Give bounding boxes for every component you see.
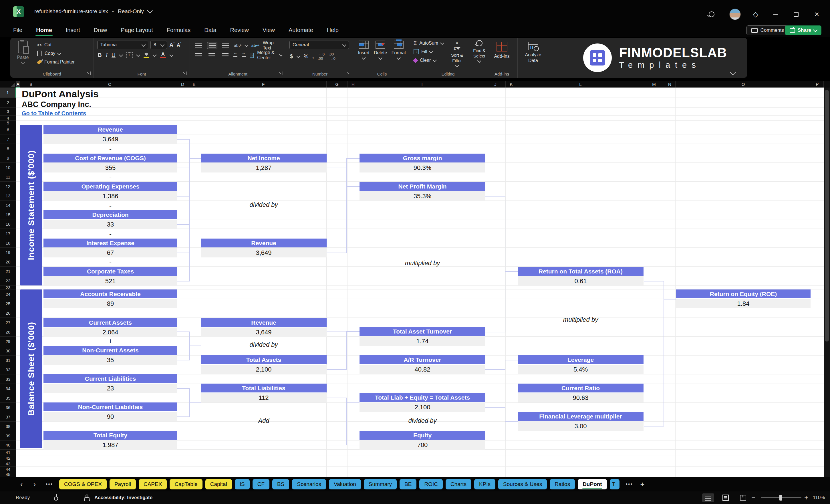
node-is_revenue-value[interactable]: 3,649 [43, 134, 177, 144]
row-header-22[interactable]: 22 [0, 276, 16, 286]
normal-view-button[interactable] [702, 494, 714, 502]
sheet-tab-capital[interactable]: Capital [205, 479, 232, 490]
row-header-9[interactable]: 9 [0, 153, 16, 163]
row-header-23[interactable]: 23 [0, 286, 16, 289]
sheet-tab-kpis[interactable]: KPIs [474, 479, 496, 490]
sheet-tab-ratios[interactable]: Ratios [550, 479, 575, 490]
copy-button[interactable]: Copy [35, 49, 76, 58]
node-leverage-label[interactable]: Leverage [518, 355, 643, 364]
worksheet-grid[interactable]: DuPont Analysis ABC Company Inc. Go to T… [16, 88, 824, 477]
sheet-tab-valuation[interactable]: Valuation [329, 479, 361, 490]
sheet-tab-capex[interactable]: CAPEX [139, 479, 167, 490]
row-header-30[interactable]: 30 [0, 346, 16, 355]
row-header-10[interactable]: 10 [0, 163, 16, 172]
row-header-28[interactable]: 28 [0, 327, 16, 337]
node-bs_total_equity-value[interactable]: 1,987 [43, 440, 177, 450]
row-header-27[interactable]: 27 [0, 318, 16, 327]
node-bs_current_assets[interactable]: Current Assets2,064 [43, 318, 177, 337]
node-total_liabilities-value[interactable]: 112 [201, 393, 327, 403]
node-flm-value[interactable]: 3.00 [518, 421, 643, 431]
row-header-6[interactable]: 6 [0, 125, 16, 134]
accessibility-status[interactable]: Accessibility: Investigate [94, 492, 153, 504]
underline-chevron-icon[interactable] [119, 53, 123, 57]
node-bs_noncurrent_assets[interactable]: Non-Current Assets35 [43, 346, 177, 365]
node-revenue_bottom-value[interactable]: 3,649 [201, 327, 327, 337]
font-color-chevron-icon[interactable] [169, 53, 173, 57]
node-current_ratio-value[interactable]: 90.63 [518, 393, 643, 403]
decrease-decimal-button[interactable]: .00→.0 [329, 52, 336, 61]
node-is_taxes[interactable]: Corporate Taxes521 [43, 267, 177, 286]
node-net_profit_margin-label[interactable]: Net Profit Margin [359, 182, 485, 191]
node-bs_current_assets-value[interactable]: 2,064 [43, 327, 177, 337]
node-revenue_top-value[interactable]: 3,649 [201, 248, 327, 257]
node-leverage-value[interactable]: 5.4% [518, 365, 643, 374]
node-is_opex-value[interactable]: 1,386 [43, 191, 177, 201]
borders-button[interactable] [126, 52, 133, 58]
account-avatar[interactable] [729, 8, 741, 20]
column-header-K[interactable]: K [506, 81, 517, 88]
column-header-L[interactable]: L [517, 81, 644, 88]
column-header-D[interactable]: D [177, 81, 188, 88]
node-is_interest[interactable]: Interest Expense67 [43, 239, 177, 257]
node-total_assets-label[interactable]: Total Assets [201, 355, 327, 364]
row-header-1[interactable]: 1 [0, 88, 16, 98]
row-header-11[interactable]: 11 [0, 172, 16, 182]
node-ar_turnover-label[interactable]: A/R Turnover [359, 355, 485, 364]
row-header-13[interactable]: 13 [0, 191, 16, 200]
column-header-J[interactable]: J [485, 81, 506, 88]
clear-button[interactable]: Clear [412, 56, 445, 65]
node-roa-label[interactable]: Return on Total Assets (ROA) [518, 267, 643, 276]
fill-color-button[interactable] [143, 53, 149, 58]
minimize-button[interactable] [770, 8, 781, 20]
underline-button[interactable]: U [111, 52, 116, 58]
row-header-29[interactable]: 29 [0, 337, 16, 346]
sheet-tab-sources-uses[interactable]: Sources & Uses [498, 479, 547, 490]
orientation-button[interactable]: ab↗ [234, 43, 242, 48]
node-gross_margin-value[interactable]: 90.3% [359, 163, 485, 172]
premium-button[interactable]: ◇ [750, 8, 761, 20]
select-all-corner[interactable] [0, 81, 16, 88]
font-name-select[interactable]: Tahoma [97, 41, 148, 49]
column-header-I[interactable]: I [359, 81, 485, 88]
node-bs_current_assets-label[interactable]: Current Assets [43, 318, 177, 327]
number-format-select[interactable]: General [289, 41, 349, 49]
row-header-19[interactable]: 19 [0, 248, 16, 257]
ribbon-tab-draw[interactable]: Draw [87, 23, 114, 37]
accounting-format-button[interactable]: $ [290, 54, 293, 60]
node-total_assets-value[interactable]: 2,100 [201, 365, 327, 374]
row-header-8[interactable]: 8 [0, 144, 16, 153]
column-header-H[interactable]: H [348, 81, 359, 88]
accounting-chevron-icon[interactable] [296, 54, 300, 58]
node-is_revenue-label[interactable]: Revenue [43, 125, 177, 134]
next-sheet-button[interactable]: › [30, 480, 39, 489]
node-bs_total_equity-label[interactable]: Total Equity [43, 431, 177, 440]
row-header-44[interactable]: 44 [0, 467, 16, 472]
node-tle[interactable]: Total Liab + Equity = Total Assets2,100 [359, 393, 485, 412]
zoom-out-button[interactable]: − [752, 492, 755, 504]
sheet-tab-t[interactable]: T [610, 479, 619, 490]
addins-button[interactable]: Add-ins [494, 54, 509, 59]
sheet-tab-payroll[interactable]: Payroll [109, 479, 136, 490]
node-is_taxes-value[interactable]: 521 [43, 276, 177, 286]
more-sheets-left-button[interactable]: ••• [46, 481, 53, 487]
percent-format-button[interactable]: % [304, 54, 308, 60]
node-equity[interactable]: Equity700 [359, 431, 485, 450]
node-total_asset_turnover-label[interactable]: Total Asset Turnover [359, 327, 485, 336]
row-header-4[interactable]: 4 [0, 116, 16, 121]
row-header-43[interactable]: 43 [0, 461, 16, 467]
row-header-33[interactable]: 33 [0, 374, 16, 384]
sheet-tab-bs[interactable]: BS [272, 479, 289, 490]
row-header-31[interactable]: 31 [0, 355, 16, 365]
node-current_ratio[interactable]: Current Ratio90.63 [518, 384, 643, 403]
row-header-21[interactable]: 21 [0, 266, 16, 276]
node-bs_total_equity[interactable]: Total Equity1,987 [43, 431, 177, 450]
node-equity-value[interactable]: 700 [359, 440, 485, 450]
node-bs_noncurrent_liabilities-label[interactable]: Non-Current Liabilities [43, 403, 177, 411]
row-header-34[interactable]: 34 [0, 384, 16, 393]
node-total_liabilities-label[interactable]: Total Liabilities [201, 384, 327, 392]
increase-indent-button[interactable]: → [242, 51, 247, 60]
node-is_opex[interactable]: Operating Expenses1,386 [43, 182, 177, 201]
row-header-12[interactable]: 12 [0, 182, 16, 191]
node-is_revenue[interactable]: Revenue3,649 [43, 125, 177, 144]
align-top-button[interactable] [194, 42, 204, 49]
